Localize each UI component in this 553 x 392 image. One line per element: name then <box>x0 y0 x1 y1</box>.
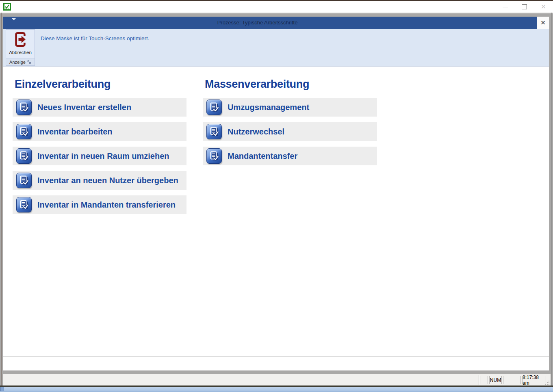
process-button-label: Inventar an neuen Nutzer übergeben <box>37 176 178 185</box>
cancel-button-label: Abbrechen <box>9 50 32 55</box>
close-window-button[interactable]: ✕ <box>534 1 553 13</box>
touch-screen-note: Diese Maske ist für Touch-Screens optimi… <box>41 35 150 41</box>
section-title: Einzelverarbeitung <box>15 77 187 91</box>
task-checklist-icon <box>16 100 32 115</box>
process-button[interactable]: Inventar bearbeiten <box>13 122 187 141</box>
task-checklist-icon <box>206 124 222 139</box>
clock-display: 8:17:38 am <box>522 376 546 384</box>
process-button[interactable]: Neues Inventar erstellen <box>13 98 187 117</box>
dialog-launcher-icon[interactable] <box>27 60 31 64</box>
process-button[interactable]: Inventar in neuen Raum umziehen <box>13 147 187 165</box>
task-checklist-icon <box>16 173 32 188</box>
task-checklist-icon <box>16 148 32 164</box>
maximize-button[interactable] <box>515 1 534 13</box>
section-title: Massenverarbeitung <box>205 77 377 91</box>
process-button-label: Inventar bearbeiten <box>37 127 113 136</box>
app-logo-icon[interactable] <box>3 3 11 11</box>
dialog-titlebar[interactable]: Prozesse: Typische Arbeitsschritte ✕ <box>3 17 549 29</box>
status-panel-empty <box>503 376 521 384</box>
task-checklist-icon <box>16 124 32 139</box>
process-button-label: Neues Inventar erstellen <box>37 103 131 112</box>
task-checklist-icon <box>16 197 32 212</box>
status-bar: NUM 8:17:38 am <box>3 374 551 386</box>
window-titlebar[interactable]: ✕ <box>0 1 553 13</box>
status-separator <box>479 375 479 385</box>
process-button-label: Inventar in neuen Raum umziehen <box>37 152 169 161</box>
minimize-icon <box>503 7 508 7</box>
close-window-icon: ✕ <box>541 4 546 10</box>
task-checklist-icon <box>206 100 222 115</box>
frame-left-edge <box>1 13 2 386</box>
process-list: Neues Inventar erstellenInventar bearbei… <box>13 98 187 214</box>
num-lock-indicator: NUM <box>489 376 502 384</box>
ribbon-group-anzeige: Abbrechen Anzeige <box>6 29 35 66</box>
process-list: UmzugsmanagementNutzerwechselMandantenta… <box>203 98 377 165</box>
maximize-icon <box>522 4 527 9</box>
process-button-label: Umzugsmanagement <box>228 103 309 112</box>
status-panel-empty <box>481 376 488 384</box>
process-button-label: Inventar in Mandanten transferieren <box>37 200 176 210</box>
process-form: Einzelverarbeitung Neues Inventar erstel… <box>3 67 549 370</box>
form-bottom-divider <box>3 356 549 357</box>
process-button-label: Nutzerwechsel <box>228 127 284 136</box>
process-button[interactable]: Nutzerwechsel <box>203 122 377 141</box>
process-dialog: Prozesse: Typische Arbeitsschritte ✕ <box>3 17 549 370</box>
close-dialog-button[interactable]: ✕ <box>537 17 549 29</box>
section-massenverarbeitung: Massenverarbeitung UmzugsmanagementNutze… <box>203 67 377 171</box>
process-button[interactable]: Inventar an neuen Nutzer übergeben <box>13 171 187 190</box>
process-button[interactable]: Mandantentansfer <box>203 147 377 165</box>
minimize-button[interactable] <box>496 1 515 13</box>
ribbon: Abbrechen Anzeige Diese Maske ist für To… <box>3 29 549 67</box>
background-window-bar <box>0 387 553 392</box>
application-window: ✕ Prozesse: Typische Arbeitsschritte ✕ <box>0 0 553 392</box>
frame-right-edge <box>551 13 552 386</box>
task-checklist-icon <box>206 148 222 164</box>
frame-highlight <box>0 13 553 13</box>
dialog-title: Prozesse: Typische Arbeitsschritte <box>3 17 512 29</box>
section-einzelverarbeitung: Einzelverarbeitung Neues Inventar erstel… <box>13 67 187 220</box>
cancel-button[interactable]: Abbrechen <box>6 30 35 58</box>
process-button[interactable]: Inventar in Mandanten transferieren <box>13 195 187 214</box>
exit-door-icon <box>14 32 26 49</box>
ribbon-group-label: Anzeige <box>9 60 26 65</box>
process-button-label: Mandantentansfer <box>228 152 297 161</box>
ribbon-group-footer: Anzeige <box>6 58 35 65</box>
resize-grip[interactable] <box>544 380 549 385</box>
window-controls: ✕ <box>496 1 553 13</box>
window-frame: Prozesse: Typische Arbeitsschritte ✕ <box>0 13 553 386</box>
background-window-chip <box>0 387 4 391</box>
process-button[interactable]: Umzugsmanagement <box>203 98 377 117</box>
